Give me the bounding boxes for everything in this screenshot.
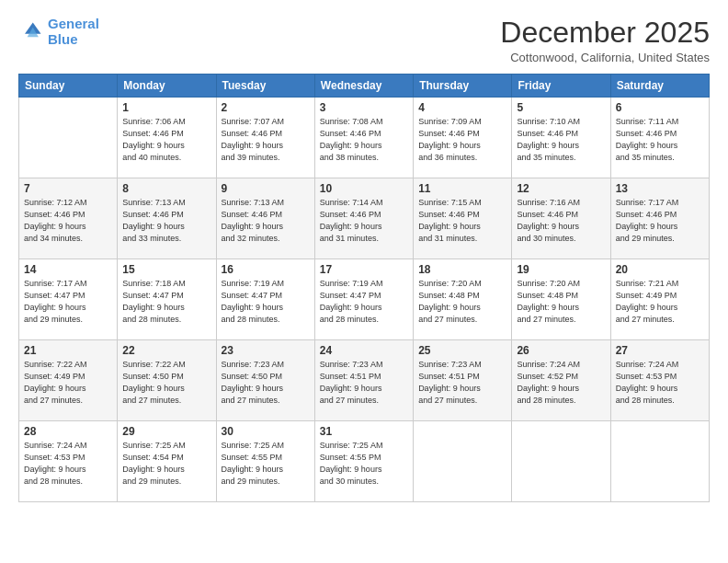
calendar-week-row: 7Sunrise: 7:12 AM Sunset: 4:46 PM Daylig…	[19, 178, 710, 259]
day-info: Sunrise: 7:13 AM Sunset: 4:46 PM Dayligh…	[122, 197, 210, 245]
day-number: 30	[222, 425, 310, 438]
day-number: 19	[517, 263, 605, 276]
day-info: Sunrise: 7:17 AM Sunset: 4:47 PM Dayligh…	[24, 278, 112, 326]
day-info: Sunrise: 7:18 AM Sunset: 4:47 PM Dayligh…	[122, 278, 210, 326]
day-number: 15	[122, 263, 210, 276]
calendar-cell: 2Sunrise: 7:07 AM Sunset: 4:46 PM Daylig…	[216, 98, 314, 178]
calendar-cell: 22Sunrise: 7:22 AM Sunset: 4:50 PM Dayli…	[118, 340, 216, 421]
day-number: 2	[222, 101, 310, 114]
calendar-cell: 18Sunrise: 7:20 AM Sunset: 4:48 PM Dayli…	[414, 259, 512, 340]
logo-line2: Blue	[48, 31, 78, 47]
day-number: 23	[222, 344, 310, 357]
logo-line1: General	[48, 16, 99, 31]
calendar-day-header: Sunday	[19, 75, 118, 98]
day-info: Sunrise: 7:24 AM Sunset: 4:53 PM Dayligh…	[616, 359, 704, 407]
calendar-cell: 30Sunrise: 7:25 AM Sunset: 4:55 PM Dayli…	[216, 421, 314, 502]
calendar-cell: 17Sunrise: 7:19 AM Sunset: 4:47 PM Dayli…	[314, 259, 413, 340]
day-number: 1	[122, 101, 210, 114]
calendar-cell: 27Sunrise: 7:24 AM Sunset: 4:53 PM Dayli…	[610, 340, 709, 421]
calendar-cell: 12Sunrise: 7:16 AM Sunset: 4:46 PM Dayli…	[512, 178, 610, 259]
day-info: Sunrise: 7:12 AM Sunset: 4:46 PM Dayligh…	[24, 197, 112, 245]
day-number: 28	[24, 425, 112, 438]
day-info: Sunrise: 7:22 AM Sunset: 4:50 PM Dayligh…	[122, 359, 210, 407]
day-info: Sunrise: 7:09 AM Sunset: 4:46 PM Dayligh…	[418, 116, 506, 164]
day-info: Sunrise: 7:23 AM Sunset: 4:51 PM Dayligh…	[418, 359, 506, 407]
calendar-week-row: 21Sunrise: 7:22 AM Sunset: 4:49 PM Dayli…	[19, 340, 710, 421]
calendar-cell: 24Sunrise: 7:23 AM Sunset: 4:51 PM Dayli…	[314, 340, 413, 421]
calendar-cell: 11Sunrise: 7:15 AM Sunset: 4:46 PM Dayli…	[414, 178, 512, 259]
calendar-cell: 16Sunrise: 7:19 AM Sunset: 4:47 PM Dayli…	[216, 259, 314, 340]
calendar-week-row: 28Sunrise: 7:24 AM Sunset: 4:53 PM Dayli…	[19, 421, 710, 502]
logo-icon	[18, 19, 44, 45]
day-info: Sunrise: 7:19 AM Sunset: 4:47 PM Dayligh…	[222, 278, 310, 326]
day-number: 20	[616, 263, 704, 276]
day-info: Sunrise: 7:08 AM Sunset: 4:46 PM Dayligh…	[320, 116, 408, 164]
day-info: Sunrise: 7:17 AM Sunset: 4:46 PM Dayligh…	[616, 197, 704, 245]
calendar-cell	[19, 98, 118, 178]
calendar-cell	[414, 421, 512, 502]
calendar-cell: 23Sunrise: 7:23 AM Sunset: 4:50 PM Dayli…	[216, 340, 314, 421]
logo: General Blue	[18, 17, 99, 47]
day-number: 16	[222, 263, 310, 276]
day-info: Sunrise: 7:23 AM Sunset: 4:51 PM Dayligh…	[320, 359, 408, 407]
calendar-cell: 19Sunrise: 7:20 AM Sunset: 4:48 PM Dayli…	[512, 259, 610, 340]
day-info: Sunrise: 7:19 AM Sunset: 4:47 PM Dayligh…	[320, 278, 408, 326]
day-number: 3	[320, 101, 408, 114]
calendar-cell: 15Sunrise: 7:18 AM Sunset: 4:47 PM Dayli…	[118, 259, 216, 340]
day-number: 29	[122, 425, 210, 438]
calendar-cell	[610, 421, 709, 502]
day-number: 25	[418, 344, 506, 357]
day-info: Sunrise: 7:20 AM Sunset: 4:48 PM Dayligh…	[517, 278, 605, 326]
day-info: Sunrise: 7:06 AM Sunset: 4:46 PM Dayligh…	[122, 116, 210, 164]
day-info: Sunrise: 7:13 AM Sunset: 4:46 PM Dayligh…	[222, 197, 310, 245]
day-number: 24	[320, 344, 408, 357]
calendar-cell: 29Sunrise: 7:25 AM Sunset: 4:54 PM Dayli…	[118, 421, 216, 502]
day-info: Sunrise: 7:23 AM Sunset: 4:50 PM Dayligh…	[222, 359, 310, 407]
calendar-cell: 1Sunrise: 7:06 AM Sunset: 4:46 PM Daylig…	[118, 98, 216, 178]
day-info: Sunrise: 7:21 AM Sunset: 4:49 PM Dayligh…	[616, 278, 704, 326]
day-info: Sunrise: 7:11 AM Sunset: 4:46 PM Dayligh…	[616, 116, 704, 164]
day-number: 26	[517, 344, 605, 357]
calendar-header-row: SundayMondayTuesdayWednesdayThursdayFrid…	[19, 75, 710, 98]
calendar-cell: 26Sunrise: 7:24 AM Sunset: 4:52 PM Dayli…	[512, 340, 610, 421]
month-title: December 2025	[500, 17, 710, 49]
day-info: Sunrise: 7:25 AM Sunset: 4:54 PM Dayligh…	[122, 440, 210, 488]
calendar-cell: 31Sunrise: 7:25 AM Sunset: 4:55 PM Dayli…	[314, 421, 413, 502]
day-number: 4	[418, 101, 506, 114]
day-number: 27	[616, 344, 704, 357]
day-number: 7	[24, 182, 112, 195]
day-info: Sunrise: 7:07 AM Sunset: 4:46 PM Dayligh…	[222, 116, 310, 164]
calendar-day-header: Tuesday	[216, 75, 314, 98]
day-number: 5	[517, 101, 605, 114]
day-number: 13	[616, 182, 704, 195]
day-number: 17	[320, 263, 408, 276]
calendar-cell: 13Sunrise: 7:17 AM Sunset: 4:46 PM Dayli…	[610, 178, 709, 259]
calendar-cell: 10Sunrise: 7:14 AM Sunset: 4:46 PM Dayli…	[314, 178, 413, 259]
calendar-week-row: 14Sunrise: 7:17 AM Sunset: 4:47 PM Dayli…	[19, 259, 710, 340]
calendar-cell	[512, 421, 610, 502]
calendar-cell: 5Sunrise: 7:10 AM Sunset: 4:46 PM Daylig…	[512, 98, 610, 178]
calendar-cell: 6Sunrise: 7:11 AM Sunset: 4:46 PM Daylig…	[610, 98, 709, 178]
day-info: Sunrise: 7:25 AM Sunset: 4:55 PM Dayligh…	[320, 440, 408, 488]
calendar-cell: 14Sunrise: 7:17 AM Sunset: 4:47 PM Dayli…	[19, 259, 118, 340]
day-info: Sunrise: 7:14 AM Sunset: 4:46 PM Dayligh…	[320, 197, 408, 245]
location: Cottonwood, California, United States	[500, 51, 710, 64]
day-number: 14	[24, 263, 112, 276]
calendar-cell: 21Sunrise: 7:22 AM Sunset: 4:49 PM Dayli…	[19, 340, 118, 421]
day-number: 6	[616, 101, 704, 114]
day-info: Sunrise: 7:16 AM Sunset: 4:46 PM Dayligh…	[517, 197, 605, 245]
day-number: 9	[222, 182, 310, 195]
calendar-cell: 4Sunrise: 7:09 AM Sunset: 4:46 PM Daylig…	[414, 98, 512, 178]
calendar-week-row: 1Sunrise: 7:06 AM Sunset: 4:46 PM Daylig…	[19, 98, 710, 178]
day-number: 21	[24, 344, 112, 357]
day-number: 10	[320, 182, 408, 195]
day-number: 8	[122, 182, 210, 195]
day-info: Sunrise: 7:24 AM Sunset: 4:53 PM Dayligh…	[24, 440, 112, 488]
header: General Blue December 2025 Cottonwood, C…	[18, 17, 710, 64]
page: General Blue December 2025 Cottonwood, C…	[0, 0, 728, 563]
calendar-day-header: Friday	[512, 75, 610, 98]
calendar-cell: 8Sunrise: 7:13 AM Sunset: 4:46 PM Daylig…	[118, 178, 216, 259]
calendar-day-header: Wednesday	[314, 75, 413, 98]
day-info: Sunrise: 7:10 AM Sunset: 4:46 PM Dayligh…	[517, 116, 605, 164]
calendar-cell: 28Sunrise: 7:24 AM Sunset: 4:53 PM Dayli…	[19, 421, 118, 502]
